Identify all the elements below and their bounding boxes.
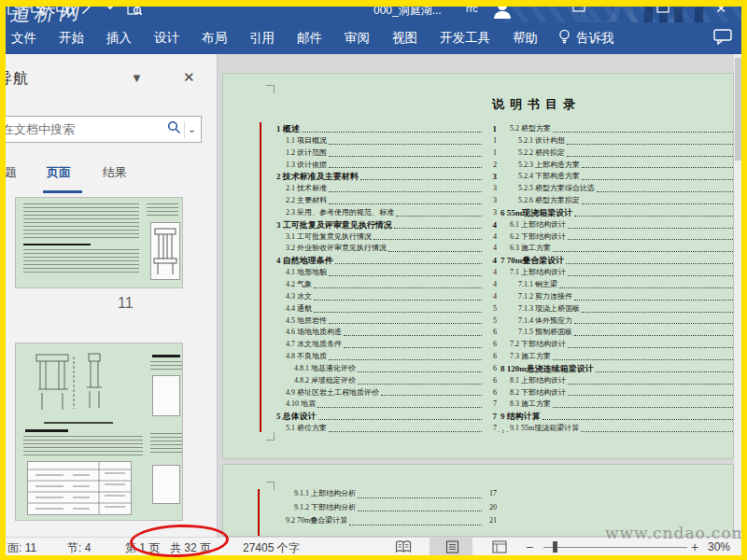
toc-entry: 7.1 上部结构设计 — [500, 267, 734, 279]
toc-title: 说明书目录 — [492, 96, 581, 113]
print-layout-icon[interactable] — [445, 540, 459, 556]
document-title: 000_洞庭湖... — [374, 3, 442, 19]
toc-entry: 9.2 70m叠合梁计算21 — [276, 514, 497, 528]
tell-me-label: 告诉我 — [576, 30, 614, 47]
thumbnail-figure — [150, 222, 180, 280]
toc-entry: 8 120m悬浇连续箱梁设计 — [500, 363, 734, 375]
titlebar-decoration — [644, 0, 653, 22]
toc-entry: 5.1 桥位方案7 — [276, 423, 497, 435]
vertical-scrollbar[interactable] — [734, 54, 742, 537]
ribbon-tab[interactable]: 开发工具 — [429, 22, 501, 54]
toc-entry: 5.2.3 上部构造方案 — [500, 160, 734, 172]
toc-entry: 8.3 施工方案 — [500, 399, 734, 411]
toc-entry: 5.2.1 设计构想 — [500, 135, 734, 147]
toc-entry: 7.2 下部结构设计 — [500, 339, 734, 351]
lightbulb-icon — [558, 29, 571, 48]
toc-entry: 2.2 主要材料3 — [276, 195, 497, 207]
document-page-1: 说明书目录 1 概述1 1.1 项目概况1 1.2 设计范围1 1.3 设计依据… — [222, 73, 734, 459]
toc-entry: 5.2.6 桥型方案拟定 — [500, 195, 734, 207]
search-box[interactable]: ⌄ — [0, 116, 202, 143]
toc-entry: 8.2 下部结构设计 — [500, 387, 734, 399]
ribbon-tab[interactable]: 审阅 — [333, 22, 381, 54]
read-mode-icon[interactable] — [395, 540, 412, 556]
toc-entry: 4.6 场地地质构造6 — [276, 327, 497, 339]
page-thumbnail-12[interactable] — [15, 343, 183, 521]
avatar[interactable] — [492, 0, 513, 19]
titlebar-decoration — [674, 0, 683, 22]
toc-entry: 4.10 地震7 — [276, 399, 497, 411]
toc-entry: 6 55m现浇箱梁设计 — [500, 207, 734, 219]
zoom-slider-thumb[interactable] — [553, 541, 557, 553]
toc-entry: 2.3 采用、参考使用的规范、标准3 — [276, 207, 497, 219]
comments-button[interactable] — [713, 29, 732, 49]
thumbnail-table — [27, 461, 132, 515]
page-thumbnail-11[interactable] — [15, 197, 183, 288]
toc-entry: 7.1.3 现浇上桥面板 — [500, 303, 734, 315]
zoom-out-button[interactable]: − — [526, 539, 533, 554]
tracked-change-bar — [260, 122, 261, 432]
toc-entry: 8.1 上部结构设计 — [500, 375, 734, 387]
margin-corner-mark — [266, 85, 275, 93]
comment-icon — [713, 29, 732, 49]
toc-entry: 9.1.2 下部结构分析20 — [276, 501, 497, 515]
share-icon[interactable] — [570, 1, 588, 16]
navigation-tabs: 标题 页面 结果 — [0, 164, 218, 192]
ribbon-tab[interactable]: 插入 — [95, 22, 143, 54]
nav-tab-headings[interactable]: 标题 — [0, 164, 17, 181]
ribbon-tab[interactable]: 开始 — [48, 22, 95, 54]
toc-entry: 6.3 施工方案 — [500, 243, 734, 255]
ribbon-tab-bar: 文件开始插入设计布局引用邮件审阅视图开发工具帮助 告诉我 — [0, 22, 747, 54]
status-word-count[interactable]: 27405 个字 — [243, 540, 300, 556]
ribbon-display-options-icon[interactable] — [654, 1, 672, 16]
toc-page2-column: 9.1.1 上部结构分析17 9.1.2 下部结构分析20 9.2 70m叠合梁… — [276, 487, 497, 528]
toc-entry: 9 结构计算 — [500, 411, 734, 423]
toc-entry: 1.3 设计依据2 — [276, 160, 497, 172]
user-name: rrc — [466, 3, 478, 14]
close-window-icon[interactable]: ✕ — [712, 1, 730, 16]
thumbnail-page-number: 11 — [118, 295, 155, 312]
nav-tab-pages[interactable]: 页面 — [47, 164, 71, 181]
status-section[interactable]: 节: 4 — [67, 540, 91, 556]
toc-right-column: 5.2 桥型方案 5.2.1 设计构想 5.2.2 桥跨拟定 5.2.3 上部构… — [500, 123, 734, 435]
print-preview-icon[interactable] — [127, 2, 142, 15]
margin-corner-mark — [266, 432, 275, 441]
ribbon-tab[interactable]: 邮件 — [286, 22, 333, 54]
zoom-slider-track[interactable] — [543, 547, 687, 548]
toc-entry: 4.9 桥址区岩土工程地质评价6 — [276, 387, 497, 399]
nav-tab-results[interactable]: 结果 — [103, 164, 127, 181]
ribbon-tab[interactable]: 布局 — [190, 22, 238, 54]
titlebar-decoration — [695, 0, 703, 22]
navigation-pane-title: 导航 — [0, 69, 29, 89]
chevron-down-icon[interactable]: ▼ — [131, 71, 143, 85]
tell-me-button[interactable]: 告诉我 — [549, 29, 624, 48]
status-page-indicator[interactable]: 面: 11 — [7, 540, 36, 556]
scrollbar-thumb[interactable] — [735, 58, 741, 161]
toc-entry: 5 总体设计7 — [276, 411, 497, 423]
watermark-daoqiao: 道桥网 — [9, 0, 83, 28]
search-options-chevron-icon[interactable]: ⌄ — [188, 123, 201, 135]
close-icon[interactable]: ✕ — [183, 69, 195, 86]
toc-entry: 1.2 设计范围1 — [276, 147, 497, 160]
toc-entry: 9.1 55m现浇箱梁计算 — [500, 423, 734, 435]
pen-icon[interactable] — [80, 2, 93, 15]
ribbon-tab[interactable]: 设计 — [143, 22, 190, 54]
ribbon-tab[interactable]: 视图 — [381, 22, 429, 54]
toc-entry: 7.1.2 剪力连接件 — [500, 291, 734, 303]
titlebar-decoration — [504, 0, 747, 22]
toc-entry: 4.7 水文地质条件6 — [276, 339, 497, 351]
customize-qat-icon[interactable] — [105, 2, 116, 11]
toc-entry: 4.8.1 地基液化评价6 — [276, 363, 497, 375]
web-layout-icon[interactable] — [492, 540, 507, 556]
title-bar: 000_洞庭湖... rrc ✕ — [0, 0, 747, 22]
ribbon-tab[interactable]: 引用 — [238, 22, 286, 54]
zoom-level[interactable]: 30% — [708, 540, 730, 553]
toc-entry: 7 70m叠合梁设计 — [500, 255, 734, 267]
ribbon-tab[interactable]: 帮助 — [501, 22, 549, 54]
toc-entry: 7.1.5 预制桥面板 — [500, 327, 734, 339]
toc-entry: 9.1.1 上部结构分析17 — [276, 487, 497, 501]
toc-entry: 6.1 上部结构设计 — [500, 219, 734, 231]
search-icon[interactable] — [167, 120, 181, 138]
toc-entry: 1.1 项目概况1 — [276, 135, 497, 147]
toc-entry: 4.3 水文4 — [276, 291, 497, 303]
search-input[interactable] — [0, 122, 167, 136]
